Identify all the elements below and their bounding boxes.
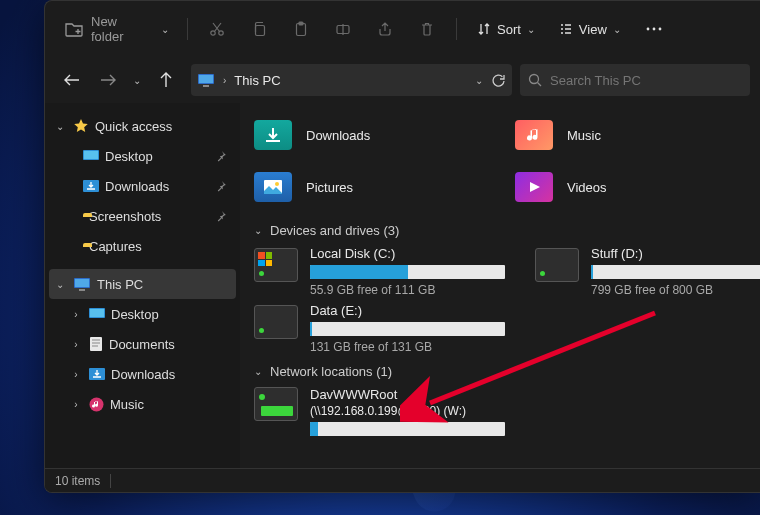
up-button[interactable] <box>149 63 183 97</box>
drive-name: Stuff (D:) <box>591 246 760 261</box>
navigation-pane: ⌄ Quick access Desktop Downloads Screens… <box>45 103 240 468</box>
expand-icon[interactable]: › <box>69 309 83 320</box>
downloads-folder-icon <box>254 120 292 150</box>
sidebar-item-label: Desktop <box>105 149 153 164</box>
sidebar-item-pc-downloads[interactable]: › Downloads <box>49 359 236 389</box>
view-button[interactable]: View ⌄ <box>549 11 631 47</box>
more-button[interactable] <box>635 11 673 47</box>
refresh-icon[interactable] <box>491 73 506 88</box>
drive-icon <box>254 305 298 339</box>
chevron-right-icon: › <box>223 75 226 86</box>
network-drive-icon <box>254 387 298 421</box>
library-label: Downloads <box>306 128 370 143</box>
desktop-icon <box>83 150 99 162</box>
paste-button[interactable] <box>282 11 320 47</box>
arrow-left-icon <box>64 73 80 87</box>
address-bar[interactable]: › This PC ⌄ <box>191 64 512 96</box>
arrow-up-icon <box>159 72 173 88</box>
sidebar-this-pc[interactable]: ⌄ This PC <box>49 269 236 299</box>
status-bar: 10 items <box>45 468 760 492</box>
forward-button[interactable] <box>91 63 125 97</box>
library-videos[interactable]: Videos <box>515 165 746 209</box>
downloads-icon <box>89 368 105 380</box>
chevron-down-icon: ⌄ <box>613 24 621 35</box>
svg-rect-4 <box>299 22 303 25</box>
sidebar-item-desktop[interactable]: Desktop <box>49 141 236 171</box>
copy-button[interactable] <box>240 11 278 47</box>
rename-button[interactable] <box>324 11 362 47</box>
expand-icon[interactable]: › <box>69 339 83 350</box>
delete-button[interactable] <box>408 11 446 47</box>
desktop-icon <box>89 308 105 320</box>
paste-icon <box>293 21 309 37</box>
library-downloads[interactable]: Downloads <box>254 113 485 157</box>
new-folder-button[interactable]: New folder ⌄ <box>57 11 177 47</box>
group-label: Devices and drives (3) <box>270 223 399 238</box>
svg-point-25 <box>275 182 279 186</box>
library-pictures[interactable]: Pictures <box>254 165 485 209</box>
usage-bar <box>591 265 760 279</box>
sidebar-quick-access[interactable]: ⌄ Quick access <box>49 111 236 141</box>
breadcrumb-this-pc[interactable]: This PC <box>234 73 280 88</box>
cut-icon <box>209 21 225 37</box>
network-drive-w[interactable]: DavWWWRoot (\\192.168.0.199@8080) (W:) <box>254 387 746 440</box>
arrow-right-icon <box>100 73 116 87</box>
expand-icon[interactable]: › <box>69 369 83 380</box>
drive-free: 55.9 GB free of 111 GB <box>310 283 505 297</box>
more-icon <box>646 27 662 31</box>
search-icon <box>528 73 542 87</box>
drive-name: Data (E:) <box>310 303 505 318</box>
copy-icon <box>251 21 267 37</box>
share-button[interactable] <box>366 11 404 47</box>
drive-d[interactable]: Stuff (D:) 799 GB free of 800 GB <box>535 246 760 297</box>
sort-button[interactable]: Sort ⌄ <box>467 11 545 47</box>
sidebar-item-pc-documents[interactable]: › Documents <box>49 329 236 359</box>
expand-icon[interactable]: › <box>69 399 83 410</box>
view-label: View <box>579 22 607 37</box>
sidebar-item-downloads[interactable]: Downloads <box>49 171 236 201</box>
chevron-down-icon: ⌄ <box>254 366 262 377</box>
drive-path: (\\192.168.0.199@8080) (W:) <box>310 404 746 418</box>
svg-point-8 <box>658 28 661 31</box>
chevron-down-icon[interactable]: ⌄ <box>475 75 483 86</box>
svg-rect-2 <box>256 26 265 36</box>
search-box[interactable] <box>520 64 750 96</box>
sidebar-item-label: Desktop <box>111 307 159 322</box>
svg-rect-10 <box>199 75 213 83</box>
svg-rect-18 <box>79 289 85 291</box>
group-devices-header[interactable]: ⌄ Devices and drives (3) <box>254 223 746 238</box>
sidebar-item-pc-music[interactable]: › Music <box>49 389 236 419</box>
sidebar-item-pc-desktop[interactable]: › Desktop <box>49 299 236 329</box>
downloads-icon <box>83 180 99 192</box>
group-label: Network locations (1) <box>270 364 392 379</box>
drive-e[interactable]: Data (E:) 131 GB free of 131 GB <box>254 303 505 354</box>
back-button[interactable] <box>55 63 89 97</box>
star-icon <box>73 118 89 134</box>
view-icon <box>559 22 573 36</box>
sidebar-item-captures[interactable]: Captures <box>49 231 236 261</box>
sidebar-item-label: Documents <box>109 337 175 352</box>
sidebar-item-screenshots[interactable]: Screenshots <box>49 201 236 231</box>
usage-bar <box>310 322 505 336</box>
chevron-down-icon: ⌄ <box>527 24 535 35</box>
command-bar: New folder ⌄ Sort ⌄ View ⌄ <box>45 1 760 57</box>
drive-icon <box>535 248 579 282</box>
collapse-icon[interactable]: ⌄ <box>53 279 67 290</box>
recent-dropdown[interactable]: ⌄ <box>127 63 147 97</box>
search-input[interactable] <box>550 73 742 88</box>
svg-point-6 <box>646 28 649 31</box>
cut-button[interactable] <box>198 11 236 47</box>
usage-bar <box>310 422 505 436</box>
sidebar-item-label: Music <box>110 397 144 412</box>
navigation-bar: ⌄ › This PC ⌄ <box>45 57 760 103</box>
pictures-folder-icon <box>254 172 292 202</box>
sidebar-item-label: Downloads <box>111 367 175 382</box>
drive-icon <box>254 248 298 282</box>
drive-c[interactable]: Local Disk (C:) 55.9 GB free of 111 GB <box>254 246 505 297</box>
pin-icon <box>217 151 228 162</box>
collapse-icon[interactable]: ⌄ <box>53 121 67 132</box>
chevron-down-icon: ⌄ <box>133 75 141 86</box>
chevron-down-icon: ⌄ <box>254 225 262 236</box>
group-network-header[interactable]: ⌄ Network locations (1) <box>254 364 746 379</box>
library-music[interactable]: Music <box>515 113 746 157</box>
